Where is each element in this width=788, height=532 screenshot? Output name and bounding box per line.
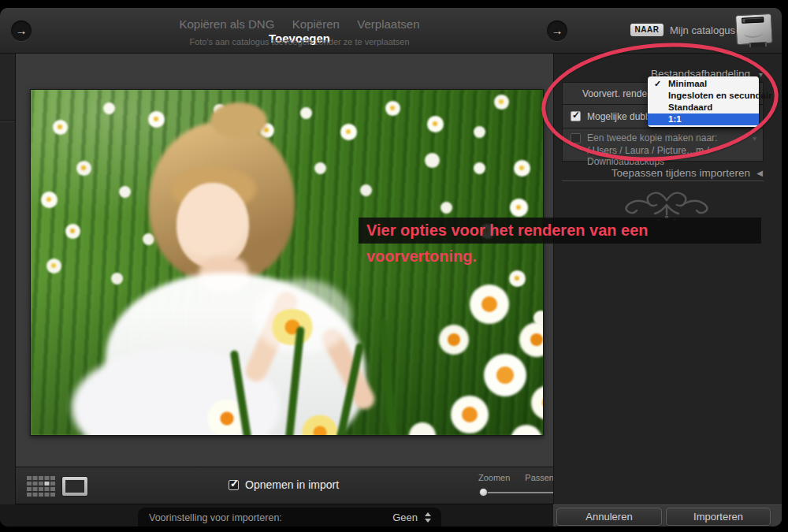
- loupe-view-icon[interactable]: [61, 476, 88, 497]
- photo-girl-face: [177, 183, 249, 268]
- photo-daffodil-foreground: [269, 309, 315, 345]
- import-method-subtitle: Foto's aan catalogus toevoegen zonder ze…: [142, 37, 457, 47]
- zoom-label[interactable]: Zoomen: [478, 473, 510, 482]
- collapsed-left-panel[interactable]: [0, 54, 16, 504]
- destination-catalog-label[interactable]: Mijn catalogus: [670, 24, 735, 36]
- include-in-import-row: ✓ Opnemen in import: [229, 478, 339, 491]
- import-preset-value[interactable]: Geen: [392, 508, 418, 526]
- import-preset-label: Voorinstelling voor importeren:: [149, 508, 282, 526]
- preview-toolbar: ✓ Opnemen in import Zoomen Passen: [16, 467, 553, 504]
- panel-divider: [562, 180, 764, 182]
- apply-collapse-icon[interactable]: ◀: [756, 169, 763, 177]
- lightroom-import-screen: → Kopiëren als DNG Kopiëren Verplaatsen …: [0, 0, 788, 532]
- menu-item-copy-as-dng[interactable]: Kopiëren als DNG: [179, 17, 274, 31]
- stepper-icon: [425, 512, 431, 523]
- zoom-slider-thumb[interactable]: [479, 488, 488, 497]
- left-panel-divider: [0, 120, 15, 121]
- include-in-import-label: Opnemen in import: [245, 478, 339, 491]
- import-preset-selector[interactable]: Voorinstelling voor importeren: Geen: [138, 508, 441, 526]
- forward-arrow-icon: →: [552, 24, 563, 37]
- path-disclosure-icon[interactable]: ▾: [753, 134, 756, 143]
- back-arrow-icon: →: [16, 24, 28, 37]
- annotation-tooltip: Vier opties voor het renderen van een vo…: [359, 218, 761, 244]
- destination-badge: NAAR: [630, 24, 663, 36]
- forward-arrow-button[interactable]: →: [547, 20, 567, 41]
- import-button[interactable]: Importeren: [666, 508, 771, 526]
- hard-drive-icon: [734, 12, 775, 50]
- dialog-button-bar: Annuleren Importeren: [553, 504, 782, 526]
- grid-view-icon[interactable]: [27, 476, 55, 497]
- footer-bar: Voorinstelling voor importeren: Geen: [0, 504, 553, 526]
- cancel-button[interactable]: Annuleren: [556, 508, 662, 526]
- apply-during-import-header[interactable]: Toepassen tijdens importeren: [611, 167, 750, 179]
- zoom-slider-track[interactable]: [479, 492, 555, 493]
- menu-item-copy[interactable]: Kopiëren: [292, 17, 340, 31]
- annotation-tooltip-text: Vier opties voor het renderen van een vo…: [359, 218, 761, 270]
- include-in-import-checkbox[interactable]: ✓: [229, 480, 239, 490]
- checkmark-icon: ✓: [230, 478, 239, 489]
- menu-item-move[interactable]: Verplaatsen: [357, 17, 419, 31]
- fit-label[interactable]: Passen: [525, 473, 554, 482]
- back-arrow-button[interactable]: →: [11, 20, 32, 41]
